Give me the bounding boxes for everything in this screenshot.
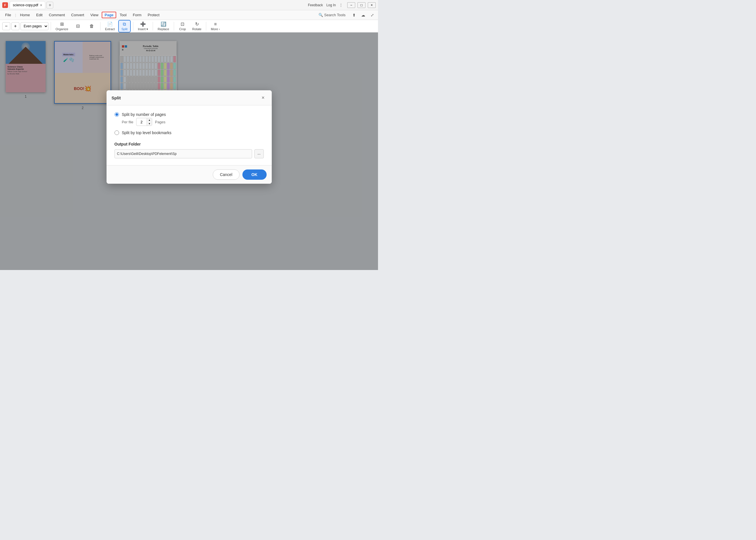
cancel-button[interactable]: Cancel <box>213 170 239 180</box>
menu-comment[interactable]: Comment <box>46 12 68 18</box>
feedback-link[interactable]: Feedback <box>308 3 323 7</box>
search-tools-button[interactable]: 🔍 Search Tools <box>316 12 348 18</box>
title-bar-actions: Feedback Log In ⋮ <box>308 3 343 7</box>
split-button[interactable]: ⧉ Split <box>118 20 131 33</box>
menu-home[interactable]: Home <box>17 12 33 18</box>
divider-2 <box>100 22 100 31</box>
expand-icon[interactable]: ⤢ <box>369 12 376 19</box>
cloud-icon[interactable]: ☁ <box>360 12 367 19</box>
title-bar: F science-copy.pdf × + Feedback Log In ⋮… <box>0 0 378 10</box>
divider-6 <box>206 22 206 31</box>
crop-icon: ⊡ <box>181 21 184 27</box>
dialog-header: Split × <box>106 90 272 105</box>
zoom-out-button[interactable]: − <box>2 22 10 30</box>
zoom-in-button[interactable]: + <box>11 22 19 30</box>
pages-label: Pages <box>155 120 166 124</box>
delete-icon: 🗑 <box>89 24 94 29</box>
menu-file[interactable]: File <box>2 12 14 18</box>
split-options: Split by number of pages Per file 2 ▲ ▼ <box>114 112 264 135</box>
per-file-row: Per file 2 ▲ ▼ Pages <box>122 118 264 126</box>
menu-tool[interactable]: Tool <box>117 12 129 18</box>
insert-icon: ➕ <box>140 21 146 27</box>
dialog-close-button[interactable]: × <box>260 94 267 101</box>
menu-view[interactable]: View <box>87 12 101 18</box>
rotate-button[interactable]: ↻ Rotate <box>190 20 204 32</box>
menu-page[interactable]: Page <box>102 12 116 18</box>
dialog-body: Split by number of pages Per file 2 ▲ ▼ <box>106 105 272 165</box>
dialog-overlay: Split × Split by number of pages Per fil… <box>0 33 378 270</box>
toolbar: − + Even pages Odd pages All pages ⊞ Org… <box>0 20 378 33</box>
option1-row: Split by number of pages <box>114 112 264 117</box>
option1-label[interactable]: Split by number of pages <box>122 112 166 117</box>
rotate-icon: ↻ <box>195 21 199 27</box>
replace-button[interactable]: 🔄 Replace <box>155 20 171 32</box>
divider-3 <box>133 22 133 31</box>
divider-5 <box>174 22 174 31</box>
spinbox-buttons: ▲ ▼ <box>147 118 152 126</box>
option2-row: Split by top level bookmarks <box>114 130 264 135</box>
organize-button[interactable]: ⊞ Organize <box>53 20 71 32</box>
pages-spinbox-input[interactable]: 2 <box>136 120 147 124</box>
split-dialog: Split × Split by number of pages Per fil… <box>106 90 272 184</box>
more-button[interactable]: ≡ More › <box>209 21 222 32</box>
delete-button[interactable]: 🗑 <box>85 23 98 30</box>
extract-icon: 📄 <box>107 21 113 27</box>
tab-close-icon[interactable]: × <box>40 3 42 7</box>
menu-bar: File | Home Edit Comment Convert View Pa… <box>0 10 378 20</box>
ok-button[interactable]: OK <box>242 170 267 180</box>
option1-container: Split by number of pages Per file 2 ▲ ▼ <box>114 112 264 126</box>
browse-button[interactable]: ··· <box>254 149 264 158</box>
option1-radio[interactable] <box>114 112 119 117</box>
output-path-input[interactable] <box>114 149 252 158</box>
minimize-button[interactable]: − <box>347 2 355 8</box>
output-path-row: ··· <box>114 149 264 158</box>
spinbox-up-button[interactable]: ▲ <box>147 118 152 122</box>
new-tab-button[interactable]: + <box>47 2 53 9</box>
divider-1 <box>51 22 51 31</box>
tab-bar: science-copy.pdf × + <box>10 1 306 9</box>
organize-icon: ⊞ <box>60 21 64 27</box>
output-section: Output Folder ··· <box>114 142 264 158</box>
output-folder-label: Output Folder <box>114 142 264 146</box>
app-icon: F <box>2 2 8 8</box>
thumbnail-button[interactable]: ⊟ <box>72 22 84 30</box>
menu-convert[interactable]: Convert <box>69 12 87 18</box>
option2-label[interactable]: Split by top level bookmarks <box>122 130 172 135</box>
more-options-icon[interactable]: ⋮ <box>339 3 343 7</box>
window-controls: − □ × <box>347 2 376 8</box>
active-tab[interactable]: science-copy.pdf × <box>10 1 45 9</box>
extract-button[interactable]: 📄 Extract <box>103 20 117 32</box>
dialog-footer: Cancel OK <box>106 165 272 184</box>
dialog-title: Split <box>112 95 121 100</box>
thumbnail-icon: ⊟ <box>76 23 80 29</box>
more-icon: ≡ <box>214 22 217 27</box>
maximize-button[interactable]: □ <box>358 2 366 8</box>
page-selector[interactable]: Even pages Odd pages All pages <box>21 22 49 30</box>
share-icon[interactable]: ⬆ <box>351 12 358 19</box>
crop-button[interactable]: ⊡ Crop <box>176 20 189 32</box>
close-button[interactable]: × <box>368 2 376 8</box>
page-selector-dropdown[interactable]: Even pages Odd pages All pages <box>21 22 49 30</box>
search-tools-label: Search Tools <box>324 13 346 17</box>
search-icon: 🔍 <box>319 13 323 17</box>
divider-4 <box>153 22 153 31</box>
split-icon: ⧉ <box>123 22 126 27</box>
menu-protect[interactable]: Protect <box>145 12 162 18</box>
replace-icon: 🔄 <box>161 21 166 27</box>
main-content: Science Class Volcanic Experim Willow Cr… <box>0 33 378 270</box>
pages-spinbox[interactable]: 2 ▲ ▼ <box>136 118 152 126</box>
menu-form[interactable]: Form <box>130 12 144 18</box>
menu-edit[interactable]: Edit <box>33 12 45 18</box>
per-file-label: Per file <box>122 120 133 124</box>
login-link[interactable]: Log In <box>326 3 336 7</box>
menu-bar-right: 🔍 Search Tools ⬆ ☁ ⤢ <box>316 12 376 19</box>
spinbox-down-button[interactable]: ▼ <box>147 122 152 126</box>
tab-title: science-copy.pdf <box>13 3 38 7</box>
option2-radio[interactable] <box>114 130 119 135</box>
insert-button[interactable]: ➕ Insert ▾ <box>136 20 151 32</box>
